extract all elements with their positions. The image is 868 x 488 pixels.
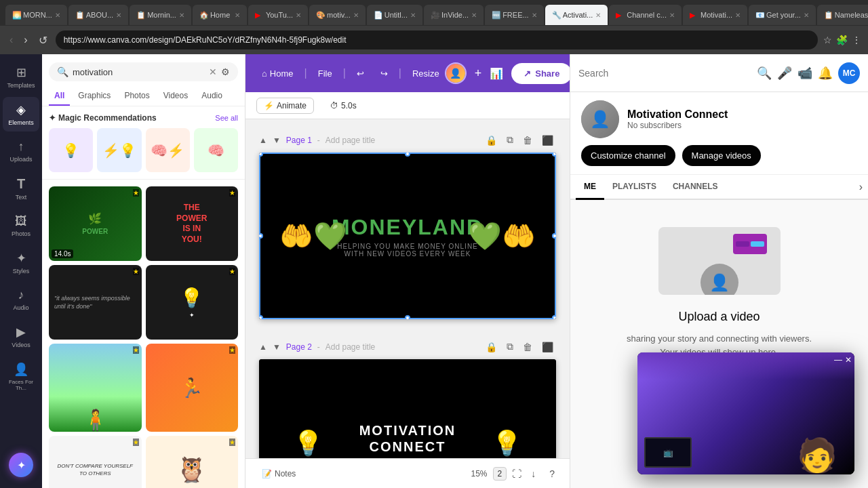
magic-icon[interactable]: ✦ bbox=[9, 453, 33, 477]
media-item-6[interactable]: 🏃 ★ bbox=[146, 344, 239, 432]
magic-item-3[interactable]: 🧠⚡ bbox=[146, 128, 190, 172]
sidebar-item-text[interactable]: T Text bbox=[3, 171, 39, 206]
magic-item-1[interactable]: 💡 bbox=[49, 128, 93, 172]
manage-videos-button[interactable]: Manage videos bbox=[682, 145, 761, 166]
media-item-2[interactable]: THEPOWERIS INYOU! ★ bbox=[146, 186, 239, 261]
page-1-add-title[interactable]: Add page title bbox=[326, 136, 375, 145]
media-item-8[interactable]: 🦉 ★ bbox=[146, 436, 239, 488]
tab-close[interactable]: ✕ bbox=[116, 12, 121, 19]
time-button[interactable]: ⏱ 5.0s bbox=[325, 98, 362, 113]
yt-tab-channels[interactable]: CHANNELS bbox=[665, 175, 726, 200]
tab-about[interactable]: 📋 ABOU... ✕ bbox=[68, 5, 128, 25]
tab-get-your[interactable]: 📧 Get your... ✕ bbox=[749, 5, 816, 25]
yt-search-icon[interactable]: 🔍 bbox=[757, 66, 772, 81]
media-item-7[interactable]: DON'T COMPARE YOURSELF TO OTHERS ★ bbox=[49, 436, 142, 488]
page-2-label[interactable]: Page 2 bbox=[286, 342, 312, 352]
yt-tab-me[interactable]: ME bbox=[576, 175, 604, 200]
yt-mic-icon[interactable]: 🎤 bbox=[777, 66, 792, 81]
yt-nav-arrow[interactable]: › bbox=[859, 181, 863, 193]
tab-invideo[interactable]: 🎥 InVide... ✕ bbox=[424, 5, 484, 25]
page-2-copy[interactable]: ⧉ bbox=[504, 340, 516, 354]
clear-search-icon[interactable]: ✕ bbox=[209, 66, 217, 77]
page-2-lock[interactable]: 🔒 bbox=[483, 340, 500, 354]
add-collaborator-button[interactable]: + bbox=[475, 66, 482, 81]
sidebar-item-videos[interactable]: ▶ Videos bbox=[3, 319, 39, 354]
tab-close[interactable]: ✕ bbox=[735, 12, 741, 19]
yt-tab-playlists[interactable]: PLAYLISTS bbox=[604, 175, 665, 200]
page-1-slide[interactable]: 🤲💚 MONEYLAND HELPING YOU MAKE MONEY ONLI… bbox=[259, 152, 556, 319]
tab-close[interactable]: ✕ bbox=[353, 12, 359, 19]
tab-close[interactable]: ✕ bbox=[804, 12, 809, 19]
tab-home[interactable]: 🏠 Home ✕ bbox=[193, 5, 247, 25]
chart-button[interactable]: 📊 bbox=[490, 67, 503, 80]
floating-video-player[interactable]: 📺 🧑 — ✕ bbox=[637, 352, 854, 474]
animate-button[interactable]: ⚡ Animate bbox=[256, 98, 314, 114]
sidebar-item-photos[interactable]: 🖼 Photos bbox=[3, 209, 39, 243]
tab-activation[interactable]: 🔧 Activati... ✕ bbox=[545, 5, 608, 25]
magic-item-4[interactable]: 🧠 bbox=[194, 128, 238, 172]
sidebar-magic-btn[interactable]: ✦ bbox=[9, 453, 33, 483]
yt-user-avatar[interactable]: MC bbox=[838, 62, 860, 84]
cat-tab-videos[interactable]: Videos bbox=[158, 87, 193, 106]
help-button[interactable]: ? bbox=[545, 466, 559, 482]
cat-tab-photos[interactable]: Photos bbox=[119, 87, 155, 106]
sidebar-item-uploads[interactable]: ↑ Uploads bbox=[3, 134, 39, 168]
address-input[interactable] bbox=[56, 30, 818, 49]
search-input[interactable] bbox=[73, 67, 205, 77]
page-1-label[interactable]: Page 1 bbox=[286, 136, 312, 145]
tab-close[interactable]: ✕ bbox=[595, 12, 601, 19]
tab-motivation-yt[interactable]: ▶ Motivati... ✕ bbox=[683, 5, 747, 25]
page-2-add-title[interactable]: Add page title bbox=[326, 342, 375, 352]
page-1-delete[interactable]: 🗑 bbox=[520, 133, 535, 147]
page-2-more[interactable]: ⬛ bbox=[539, 340, 556, 354]
back-button[interactable]: ‹ bbox=[7, 33, 16, 47]
page-2-delete[interactable]: 🗑 bbox=[520, 340, 535, 354]
prev-page-button[interactable]: ↓ bbox=[527, 466, 540, 482]
tab-close[interactable]: ✕ bbox=[410, 12, 416, 19]
media-item-3[interactable]: "it always seems impossible until it's d… bbox=[49, 265, 142, 340]
cat-tab-all[interactable]: All bbox=[49, 87, 70, 106]
home-button[interactable]: ⌂ Home bbox=[256, 66, 299, 81]
page-2-expand[interactable]: ▼ bbox=[273, 342, 281, 352]
sidebar-item-audio[interactable]: ♪ Audio bbox=[3, 283, 39, 317]
tab-close[interactable]: ✕ bbox=[669, 12, 675, 19]
share-button[interactable]: ↗ Share bbox=[511, 63, 570, 84]
tab-untitled[interactable]: 📄 Untitl... ✕ bbox=[367, 5, 422, 25]
redo-button[interactable]: ↪ bbox=[375, 66, 393, 81]
page-1-copy[interactable]: ⧉ bbox=[504, 133, 516, 147]
media-item-1[interactable]: 🌿 POWER 14.0s ★ bbox=[49, 186, 142, 261]
yt-create-icon[interactable]: 📹 bbox=[797, 66, 812, 81]
reload-button[interactable]: ↺ bbox=[36, 33, 50, 48]
user-avatar[interactable]: 👤 bbox=[445, 62, 467, 84]
magic-item-2[interactable]: ⚡💡 bbox=[97, 128, 141, 172]
resize-button[interactable]: Resize bbox=[407, 66, 445, 81]
page-1-collapse[interactable]: ▲ bbox=[259, 136, 267, 145]
tab-motiv[interactable]: 🎨 motiv... ✕ bbox=[309, 5, 366, 25]
tab-mornin[interactable]: 📋 Mornin... ✕ bbox=[130, 5, 191, 25]
page-1-more[interactable]: ⬛ bbox=[539, 133, 556, 147]
yt-notification-icon[interactable]: 🔔 bbox=[818, 66, 833, 81]
tab-close[interactable]: ✕ bbox=[532, 12, 537, 19]
tab-close[interactable]: ✕ bbox=[471, 12, 477, 19]
tab-youtube[interactable]: ▶ YouTu... ✕ bbox=[248, 5, 308, 25]
sidebar-item-elements[interactable]: ◈ Elements bbox=[3, 97, 39, 131]
page-2-slide[interactable]: 💡 MOTIVATIONCONNECT DAILY MOTIVATION VID… bbox=[259, 359, 556, 458]
sidebar-item-faces[interactable]: 👤 Faces For Th... bbox=[3, 357, 39, 396]
undo-button[interactable]: ↩ bbox=[351, 66, 370, 81]
tab-nameless[interactable]: 📋 Nameleas... ✕ bbox=[817, 5, 868, 25]
settings-icon[interactable]: ⋮ bbox=[852, 35, 861, 45]
tab-close[interactable]: ✕ bbox=[235, 12, 240, 19]
forward-button[interactable]: › bbox=[21, 33, 30, 47]
media-item-5[interactable]: 🧍 ★ bbox=[49, 344, 142, 432]
tab-morn[interactable]: 🌅 MORN... ✕ bbox=[5, 5, 67, 25]
filter-icon[interactable]: ⚙ bbox=[221, 66, 230, 77]
bookmark-icon[interactable]: ☆ bbox=[823, 35, 832, 45]
media-item-4[interactable]: 💡 ✦ ★ bbox=[146, 265, 239, 340]
page-2-collapse[interactable]: ▲ bbox=[259, 342, 267, 352]
notes-button[interactable]: 📝 Notes bbox=[256, 466, 301, 481]
tab-close[interactable]: ✕ bbox=[179, 12, 184, 19]
float-minimize-button[interactable]: — bbox=[834, 355, 842, 365]
customize-channel-button[interactable]: Customize channel bbox=[581, 145, 675, 166]
sidebar-item-templates[interactable]: ⊞ Templates bbox=[3, 60, 39, 94]
sidebar-item-styles[interactable]: ✦ Styles bbox=[3, 245, 39, 280]
